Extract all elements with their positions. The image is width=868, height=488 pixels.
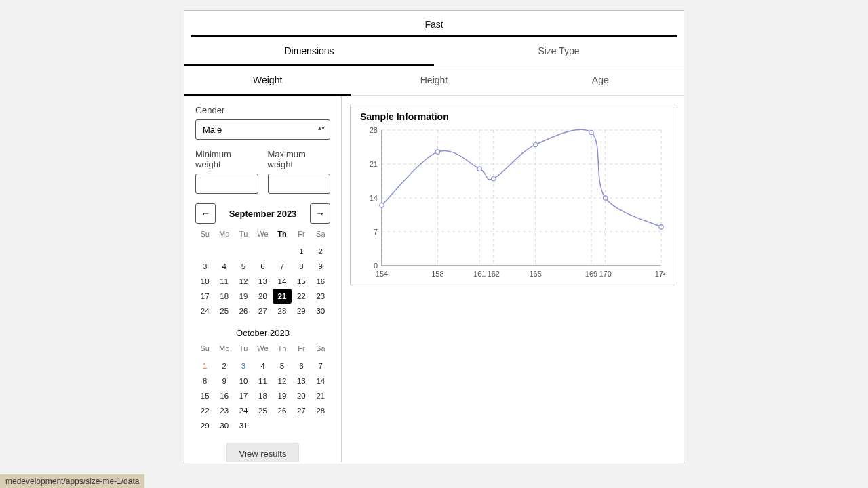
- calendar-day[interactable]: 16: [311, 274, 330, 289]
- max-weight-label: Maximum weight: [268, 149, 331, 169]
- tab-age[interactable]: Age: [517, 66, 684, 95]
- calendar-day[interactable]: 12: [273, 373, 292, 388]
- calendar-day[interactable]: 9: [311, 259, 330, 274]
- tab-height[interactable]: Height: [351, 66, 517, 95]
- tab-size-type[interactable]: Size Type: [434, 37, 684, 66]
- min-weight-input[interactable]: [195, 174, 258, 194]
- calendar-dow: We: [253, 342, 272, 354]
- calendar-day[interactable]: 23: [214, 403, 233, 418]
- calendar-day[interactable]: 29: [195, 418, 214, 433]
- calendar-day[interactable]: 14: [311, 373, 330, 388]
- calendar-day[interactable]: 22: [292, 289, 311, 304]
- calendar-day[interactable]: 25: [214, 304, 233, 319]
- svg-text:0: 0: [374, 262, 378, 270]
- calendar-day[interactable]: 22: [195, 403, 214, 418]
- calendar-day[interactable]: 12: [234, 274, 253, 289]
- calendar-day[interactable]: 1: [292, 244, 311, 259]
- main-card: Fast Dimensions Size Type Weight Height …: [184, 10, 684, 464]
- secondary-tabs: Weight Height Age: [184, 66, 684, 96]
- calendar-dow: Th: [273, 342, 292, 354]
- calendar-day[interactable]: 2: [214, 359, 233, 373]
- calendar-day[interactable]: 18: [253, 388, 272, 403]
- calendar-day[interactable]: 3: [234, 359, 253, 373]
- calendar-day[interactable]: 4: [253, 359, 272, 373]
- calendar-dow: Th: [273, 228, 292, 240]
- svg-point-33: [603, 196, 607, 200]
- calendar-day[interactable]: 19: [273, 388, 292, 403]
- view-results-button[interactable]: View results: [226, 443, 300, 462]
- calendar-day[interactable]: 2: [311, 244, 330, 259]
- calendar-day[interactable]: 30: [214, 418, 233, 433]
- calendar-next-button[interactable]: →: [310, 203, 330, 224]
- max-weight-input[interactable]: [268, 174, 331, 194]
- calendar-day[interactable]: 17: [195, 289, 214, 304]
- calendar-day[interactable]: 10: [195, 274, 214, 289]
- calendar-day[interactable]: 8: [195, 373, 214, 388]
- calendar-day[interactable]: 6: [292, 359, 311, 373]
- calendar-day[interactable]: 13: [253, 274, 272, 289]
- calendar-day[interactable]: 18: [214, 289, 233, 304]
- svg-text:154: 154: [376, 270, 388, 278]
- calendar-day[interactable]: 5: [273, 359, 292, 373]
- calendar-day[interactable]: 15: [195, 388, 214, 403]
- arrow-right-icon: →: [315, 208, 325, 219]
- calendar-dow: Fr: [292, 228, 311, 240]
- calendar-day[interactable]: 28: [311, 403, 330, 418]
- calendar-day[interactable]: 10: [234, 373, 253, 388]
- calendar-day[interactable]: 1: [195, 359, 214, 373]
- calendar-day[interactable]: 25: [253, 403, 272, 418]
- calendar-day[interactable]: 3: [195, 259, 214, 274]
- calendar-day[interactable]: 21: [273, 289, 292, 304]
- calendar-day[interactable]: 4: [214, 259, 233, 274]
- calendar-day[interactable]: 14: [273, 274, 292, 289]
- calendar-day[interactable]: 28: [273, 304, 292, 319]
- calendar-day[interactable]: 29: [292, 304, 311, 319]
- calendar-day[interactable]: 9: [214, 373, 233, 388]
- calendar-month-2: October 2023 SuMoTuWeThFrSa 123456789101…: [195, 328, 330, 433]
- svg-text:169: 169: [585, 270, 597, 278]
- calendar-day[interactable]: 24: [195, 304, 214, 319]
- calendar-day[interactable]: 17: [234, 388, 253, 403]
- calendar-day[interactable]: 27: [253, 304, 272, 319]
- calendar-month1-title: September 2023: [229, 209, 297, 219]
- calendar-day[interactable]: 26: [234, 304, 253, 319]
- calendar-day[interactable]: 23: [311, 289, 330, 304]
- main-panel: Sample Information 071421281541581611621…: [342, 96, 684, 462]
- calendar-day[interactable]: 27: [292, 403, 311, 418]
- gender-select[interactable]: Male: [195, 119, 330, 140]
- calendar-day[interactable]: 7: [311, 359, 330, 373]
- calendar-day[interactable]: 6: [253, 259, 272, 274]
- svg-point-29: [477, 167, 481, 171]
- filter-sidebar: Gender Male ▴▾ Minimum weight Maximum we…: [184, 96, 342, 462]
- svg-text:165: 165: [529, 270, 541, 278]
- calendar-day[interactable]: 11: [253, 373, 272, 388]
- calendar-prev-button[interactable]: ←: [195, 203, 216, 224]
- calendar-day[interactable]: 13: [292, 373, 311, 388]
- tab-weight[interactable]: Weight: [184, 66, 351, 96]
- calendar-day[interactable]: 20: [253, 289, 272, 304]
- gender-label: Gender: [195, 105, 330, 115]
- svg-point-31: [533, 142, 537, 146]
- calendar-day[interactable]: 19: [234, 289, 253, 304]
- calendar-day[interactable]: 15: [292, 274, 311, 289]
- chart-panel: Sample Information 071421281541581611621…: [350, 104, 675, 285]
- body: Gender Male ▴▾ Minimum weight Maximum we…: [184, 96, 684, 462]
- calendar-day[interactable]: 21: [311, 388, 330, 403]
- tab-dimensions[interactable]: Dimensions: [184, 37, 434, 66]
- svg-point-32: [589, 130, 593, 134]
- calendar-day[interactable]: 8: [292, 259, 311, 274]
- calendar-dow: Tu: [234, 342, 253, 354]
- calendar-day[interactable]: 30: [311, 304, 330, 319]
- calendar-day[interactable]: 5: [234, 259, 253, 274]
- calendar-day[interactable]: 11: [214, 274, 233, 289]
- calendar-day[interactable]: 26: [273, 403, 292, 418]
- calendar-dow: We: [253, 228, 272, 240]
- svg-text:161: 161: [473, 270, 486, 278]
- svg-text:28: 28: [370, 126, 378, 134]
- calendar-day[interactable]: 7: [273, 259, 292, 274]
- calendar-day[interactable]: 20: [292, 388, 311, 403]
- calendar-day[interactable]: 16: [214, 388, 233, 403]
- calendar-day[interactable]: 24: [234, 403, 253, 418]
- chart-title: Sample Information: [360, 111, 665, 122]
- calendar-day[interactable]: 31: [234, 418, 253, 433]
